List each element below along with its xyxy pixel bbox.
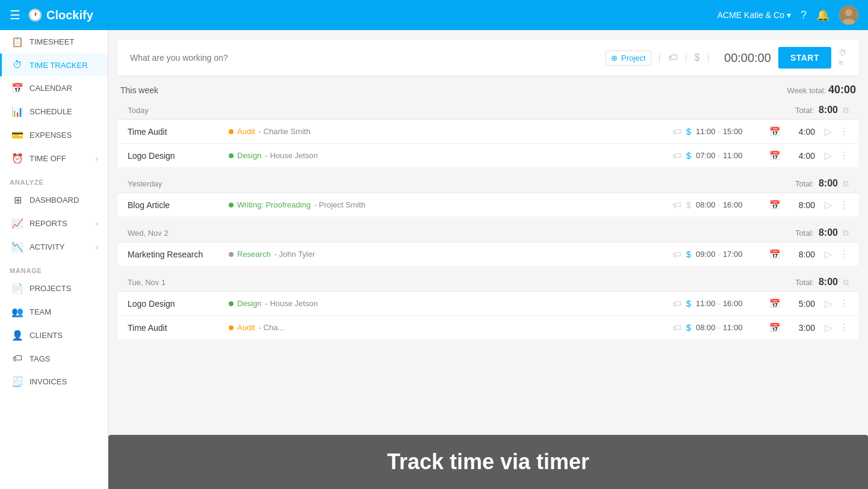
billable-entry-icon[interactable]: $ <box>686 150 691 161</box>
play-icon[interactable]: ▷ <box>825 322 832 333</box>
day-label-3: Tue, Nov 1 <box>128 278 166 287</box>
calendar-entry-icon[interactable]: 📅 <box>769 200 781 211</box>
billable-entry-icon[interactable]: $ <box>686 126 691 137</box>
tag-entry-icon[interactable]: 🏷 <box>672 322 681 333</box>
hamburger-icon[interactable]: ☰ <box>10 8 20 22</box>
more-options-icon[interactable]: ⋮ <box>839 150 849 161</box>
project-client: - House Jetson <box>265 299 317 308</box>
start-button[interactable]: START <box>778 47 831 69</box>
calendar-entry-icon[interactable]: 📅 <box>769 298 781 309</box>
entry-name: Blog Article <box>128 200 224 210</box>
timesheet-icon: 📋 <box>11 36 23 48</box>
project-label: Project <box>621 54 645 63</box>
time-from: 07:00 <box>696 151 716 160</box>
entry-duration: 5:00 <box>788 299 815 309</box>
billable-entry-icon[interactable]: $ <box>686 322 691 333</box>
manage-section-label: MANAGE <box>0 259 108 277</box>
project-link[interactable]: Research <box>237 250 271 259</box>
calendar-entry-icon[interactable]: 📅 <box>769 150 781 161</box>
top-nav: ☰ 🕐 Clockify ACME Katie & Co ▾ ? 🔔 <box>0 0 868 30</box>
tag-entry-icon[interactable]: 🏷 <box>672 298 681 309</box>
play-icon[interactable]: ▷ <box>825 150 832 161</box>
play-icon[interactable]: ▷ <box>825 126 832 137</box>
sidebar: 📋 TIMESHEET ⏱ TIME TRACKER 📅 CALENDAR 📊 … <box>0 30 108 489</box>
play-icon[interactable]: ▷ <box>825 298 832 309</box>
day-total-1: Total: 8:00 ⧉ <box>795 178 849 189</box>
project-link[interactable]: Audit <box>237 323 255 332</box>
play-icon[interactable]: ▷ <box>825 199 832 211</box>
dashboard-icon: ⊞ <box>11 194 23 206</box>
timer-bar: ⊕ Project | 🏷 | $ | 00:00:00 START ⏱ ≡ <box>118 40 858 76</box>
tag-entry-icon[interactable]: 🏷 <box>672 150 681 161</box>
more-options-icon[interactable]: ⋮ <box>839 298 849 309</box>
tag-icon[interactable]: 🏷 <box>668 52 678 63</box>
time-from: 11:00 <box>696 299 716 308</box>
clients-icon: 👤 <box>11 330 23 341</box>
sidebar-item-invoices[interactable]: 🧾 INVOICES <box>0 370 108 393</box>
chevron-activity-icon: › <box>96 243 98 251</box>
chevron-time-off-icon: › <box>96 155 98 163</box>
project-client: - Charlie Smith <box>259 127 311 136</box>
tag-entry-icon[interactable]: 🏷 <box>672 249 681 259</box>
day-group-3: Tue, Nov 1 Total: 8:00 ⧉ Logo Design Des… <box>118 273 858 339</box>
copy-icon-3[interactable]: ⧉ <box>843 277 849 288</box>
sidebar-item-timesheet[interactable]: 📋 TIMESHEET <box>0 30 108 54</box>
sidebar-item-reports[interactable]: 📈 REPORTS › <box>0 212 108 235</box>
project-dot <box>229 325 234 330</box>
timer-mode-icons[interactable]: ⏱ ≡ <box>839 48 846 67</box>
sidebar-item-expenses[interactable]: 💳 EXPENSES <box>0 123 108 147</box>
sidebar-item-projects[interactable]: 📄 PROJECTS <box>0 277 108 300</box>
sidebar-item-schedule[interactable]: 📊 SCHEDULE <box>0 100 108 123</box>
more-options-icon[interactable]: ⋮ <box>839 126 849 137</box>
sidebar-item-time-off[interactable]: ⏰ TIME OFF › <box>0 147 108 170</box>
sidebar-item-label-schedule: SCHEDULE <box>29 107 98 116</box>
day-total-3: Total: 8:00 ⧉ <box>795 277 849 288</box>
time-to: 16:00 <box>723 200 743 209</box>
project-link[interactable]: Design <box>237 151 261 160</box>
copy-icon-1[interactable]: ⧉ <box>843 179 849 189</box>
sidebar-item-calendar[interactable]: 📅 CALENDAR <box>0 76 108 100</box>
project-link[interactable]: Design <box>237 299 261 308</box>
project-client: - House Jetson <box>265 151 317 160</box>
tag-entry-icon[interactable]: 🏷 <box>672 200 681 210</box>
project-button[interactable]: ⊕ Project <box>606 51 651 66</box>
more-options-icon[interactable]: ⋮ <box>839 322 849 333</box>
sidebar-item-clients[interactable]: 👤 CLIENTS <box>0 324 108 347</box>
copy-icon-2[interactable]: ⧉ <box>843 228 849 238</box>
calendar-entry-icon[interactable]: 📅 <box>769 249 781 260</box>
activity-icon: 📉 <box>11 241 23 253</box>
project-link[interactable]: Writing: Proofreading <box>237 200 311 209</box>
sidebar-item-label-activity: ACTIVITY <box>29 242 90 251</box>
timer-description-input[interactable] <box>130 53 598 63</box>
sidebar-item-dashboard[interactable]: ⊞ DASHBOARD <box>0 188 108 212</box>
table-row: Time Audit Audit - Charlie Smith 🏷 $ 11:… <box>118 120 858 144</box>
day-group-1: Yesterday Total: 8:00 ⧉ Blog Article Wri… <box>118 174 858 217</box>
calendar-entry-icon[interactable]: 📅 <box>769 126 781 137</box>
project-link[interactable]: Audit <box>237 127 255 136</box>
sidebar-item-label-timesheet: TIMESHEET <box>29 37 98 46</box>
bell-icon[interactable]: 🔔 <box>816 8 829 22</box>
avatar[interactable] <box>839 5 858 25</box>
workspace-selector[interactable]: ACME Katie & Co ▾ <box>718 10 791 20</box>
sidebar-item-tags[interactable]: 🏷 TAGS <box>0 347 108 370</box>
entry-times: 09:00 - 17:00 <box>696 250 762 259</box>
help-icon[interactable]: ? <box>801 9 807 22</box>
more-options-icon[interactable]: ⋮ <box>839 248 849 260</box>
main-content: ⊕ Project | 🏷 | $ | 00:00:00 START ⏱ ≡ T… <box>108 30 868 489</box>
play-icon[interactable]: ▷ <box>825 248 832 260</box>
more-options-icon[interactable]: ⋮ <box>839 199 849 211</box>
entry-times: 08:00 - 11:00 <box>696 323 762 332</box>
sidebar-item-time-tracker[interactable]: ⏱ TIME TRACKER <box>0 54 108 76</box>
invoices-icon: 🧾 <box>11 376 23 387</box>
calendar-entry-icon[interactable]: 📅 <box>769 322 781 333</box>
billable-entry-icon[interactable]: $ <box>686 249 691 259</box>
sidebar-item-team[interactable]: 👥 TEAM <box>0 300 108 324</box>
day-group-2: Wed, Nov 2 Total: 8:00 ⧉ Marketing Resea… <box>118 224 858 266</box>
billable-icon[interactable]: $ <box>695 52 700 63</box>
sidebar-item-activity[interactable]: 📉 ACTIVITY › <box>0 235 108 259</box>
copy-icon-0[interactable]: ⧉ <box>843 105 849 115</box>
billable-entry-icon[interactable]: $ <box>686 200 691 210</box>
billable-entry-icon[interactable]: $ <box>686 298 691 309</box>
project-dot <box>229 203 234 208</box>
tag-entry-icon[interactable]: 🏷 <box>672 126 681 137</box>
